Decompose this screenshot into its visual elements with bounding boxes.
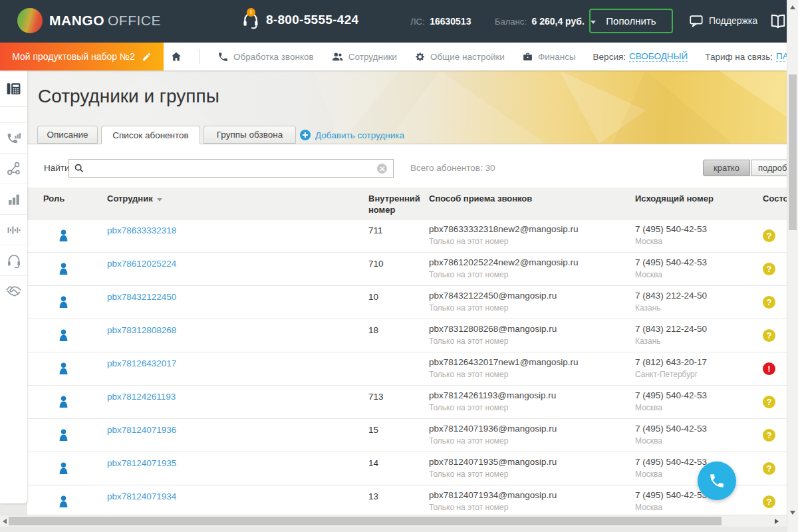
employee-cell: pbx78432122450 <box>107 286 356 319</box>
status-icon[interactable]: ? <box>763 462 775 475</box>
view-detailed-button[interactable]: подробно <box>751 160 787 176</box>
nav-item-label: Финансы <box>538 52 576 62</box>
receive-note: Только на этот номер <box>429 403 635 412</box>
receive-note: Только на этот номер <box>429 237 635 246</box>
employee-link[interactable]: pbx78124071935 <box>107 458 176 468</box>
role-cell <box>27 452 107 485</box>
employee-link[interactable]: pbx78124071936 <box>107 425 176 435</box>
brand-logo[interactable]: MANGOOFFICE <box>17 8 161 33</box>
table-row: pbx78124261193 713 pbx78124261193@mangos… <box>27 386 787 419</box>
clear-search-icon[interactable] <box>377 164 387 174</box>
employee-link[interactable]: pbx78612025224 <box>107 259 176 269</box>
receive-note: Только на этот номер <box>429 469 635 479</box>
employee-cell: pbx78633332318 <box>107 219 356 252</box>
horizontal-scrollbar[interactable] <box>0 515 787 527</box>
scroll-left-arrow-icon[interactable] <box>3 519 7 524</box>
status-cell: ? <box>761 386 787 418</box>
call-statistics-icon <box>6 130 22 146</box>
horizontal-scrollbar-thumb[interactable] <box>9 517 722 525</box>
person-icon <box>55 493 72 511</box>
status-cell: ? <box>761 452 787 485</box>
status-icon[interactable]: ? <box>763 263 775 275</box>
phone-handset-icon <box>708 472 726 489</box>
scroll-down-arrow-icon[interactable] <box>790 511 795 515</box>
support-label: Поддержка <box>709 15 757 26</box>
outgoing-number: 7 (495) 540-42-53 <box>635 224 761 234</box>
vertical-scrollbar[interactable] <box>787 0 798 532</box>
add-employee-label: Добавить сотрудника <box>315 130 404 140</box>
sip-address: pbx78124071936@mangosip.ru <box>429 424 635 434</box>
nav-item-finance[interactable]: Финансы <box>522 51 576 63</box>
header-employee[interactable]: Сотрудник <box>107 188 356 219</box>
role-cell <box>27 352 107 385</box>
nav-item-label: Обработка звонков <box>233 52 314 62</box>
integrations-icon <box>6 161 22 177</box>
add-employee-link[interactable]: Добавить сотрудника <box>300 130 404 140</box>
person-icon <box>55 260 72 278</box>
sip-address: pbx78312808268@mangosip.ru <box>429 324 635 334</box>
people-icon <box>331 51 344 63</box>
sidebar-item-speech-analytics[interactable] <box>0 214 27 245</box>
sip-address: pbx78124071935@mangosip.ru <box>429 457 635 467</box>
tab-description[interactable]: Описание <box>37 126 98 144</box>
sidebar-item-partners[interactable] <box>0 275 27 306</box>
extension-cell: 14 <box>356 452 429 485</box>
status-icon[interactable]: ? <box>763 296 775 309</box>
tab-subscriber-list[interactable]: Список абонентов <box>101 126 200 144</box>
person-icon <box>55 227 72 245</box>
support-link[interactable]: Поддержка <box>689 13 757 28</box>
scroll-up-arrow-icon[interactable] <box>790 5 795 9</box>
employee-link[interactable]: pbx78124071934 <box>107 491 176 501</box>
employee-cell: pbx78124071934 <box>107 485 356 518</box>
nav-item-call-processing[interactable]: Обработка звонков <box>217 51 314 63</box>
status-icon[interactable]: ! <box>763 362 775 375</box>
table-row: pbx78124071934 13 pbx78124071934@mangosi… <box>27 485 787 519</box>
nav-item-general-settings[interactable]: Общие настройки <box>414 51 505 63</box>
employee-cell: pbx78124071935 <box>107 452 356 485</box>
table-row: pbx78432122450 10 pbx78432122450@mangosi… <box>27 286 787 319</box>
knowledge-base-icon[interactable] <box>769 13 787 30</box>
sidebar-item-call-statistics[interactable] <box>0 122 27 153</box>
table-row: pbx78124071936 15 pbx78124071936@mangosi… <box>27 419 787 452</box>
sip-address: pbx78633332318new2@mangosip.ru <box>429 224 635 234</box>
receive-method-cell: pbx78124261193@mangosip.ru Только на это… <box>429 386 635 418</box>
status-icon[interactable]: ? <box>763 396 775 408</box>
headset-icon: ! <box>241 11 260 29</box>
receive-note: Только на этот номер <box>429 370 635 379</box>
phone-icon <box>217 51 229 63</box>
status-icon[interactable]: ? <box>763 329 775 342</box>
version-link[interactable]: СВОБОДНЫЙ <box>629 51 688 62</box>
nav-item-employees[interactable]: Сотрудники <box>331 51 397 63</box>
city-label: Санкт-Петербург <box>635 370 761 379</box>
sidebar-item-contact-center[interactable] <box>0 245 27 275</box>
tariff-link[interactable]: ПА <box>776 51 787 62</box>
sip-address: pbx78124261193@mangosip.ru <box>429 390 635 400</box>
product-set-tab[interactable]: Мой продуктовый набор №2 <box>0 43 164 70</box>
status-cell: ? <box>761 419 787 452</box>
sidebar-item-desk-phone[interactable] <box>0 70 27 106</box>
nav-items: Обработка звонков Сотрудники Общие настр… <box>170 43 787 70</box>
sidebar-item-integrations[interactable] <box>0 153 27 184</box>
employee-link[interactable]: pbx78432122450 <box>107 292 176 302</box>
status-icon[interactable]: ? <box>763 495 775 508</box>
tab-dial-groups[interactable]: Группы обзвона <box>203 126 296 144</box>
product-set-label: Мой продуктовый набор №2 <box>12 51 135 62</box>
version-group: Версия: СВОБОДНЫЙ <box>593 51 688 62</box>
home-icon[interactable] <box>170 51 182 63</box>
vertical-scrollbar-thumb[interactable] <box>789 74 797 230</box>
status-icon[interactable]: ? <box>763 429 775 442</box>
employee-link[interactable]: pbx78124261193 <box>107 392 176 402</box>
webphone-call-button[interactable] <box>698 462 736 500</box>
topup-button[interactable]: Пополнить <box>589 9 673 33</box>
employee-link[interactable]: pbx78126432017 <box>107 358 176 368</box>
status-icon[interactable]: ? <box>763 229 775 242</box>
employee-link[interactable]: pbx78312808268 <box>107 325 176 335</box>
scroll-right-arrow-icon[interactable] <box>775 519 779 524</box>
employee-link[interactable]: pbx78633332318 <box>107 225 176 235</box>
edit-pencil-icon[interactable] <box>142 52 152 62</box>
search-input[interactable] <box>68 159 394 178</box>
subscribers-table: Роль Сотрудник Внутренний номер Способ п… <box>27 188 787 519</box>
view-brief-button[interactable]: кратко <box>703 160 750 176</box>
balance-dropdown[interactable]: Баланс: 6 260,4 руб. <box>495 16 596 27</box>
sidebar-item-analytics[interactable] <box>0 184 27 214</box>
